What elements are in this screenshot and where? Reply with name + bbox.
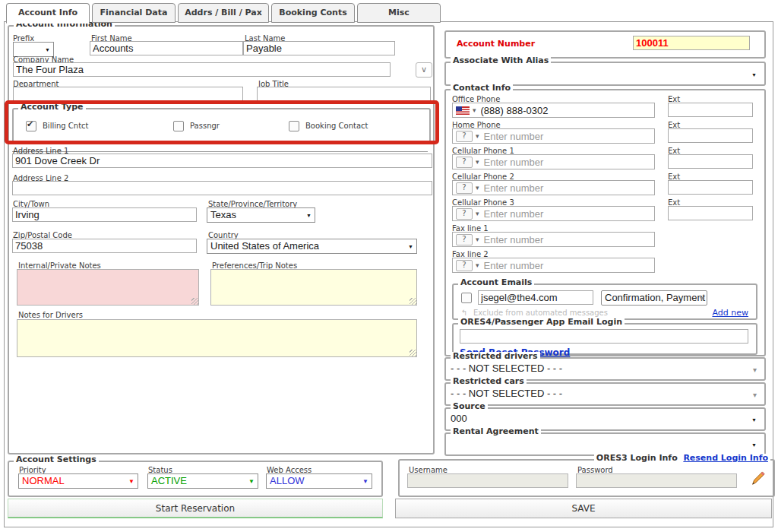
account-type-section: Account Type Billing Cntct Passngr Booki… — [12, 108, 431, 144]
exclude-arrow-icon: ↰ — [461, 309, 467, 317]
unknown-country-icon[interactable]: ? — [456, 260, 473, 271]
username-input[interactable] — [407, 473, 568, 488]
first-name-input[interactable] — [90, 41, 243, 55]
tab-account-info[interactable]: Account Info — [6, 3, 90, 24]
cell2-input[interactable] — [482, 182, 651, 195]
office-phone-field[interactable]: ▾ — [452, 103, 655, 118]
country-select[interactable]: United States of America ▼ — [207, 239, 417, 254]
home-ext-input[interactable] — [668, 128, 753, 143]
tab-bar: Account Info Financial Data Addrs / Bill… — [6, 3, 441, 24]
dropdown-arrow-icon: ▼ — [128, 479, 134, 484]
last-name-input[interactable] — [243, 41, 395, 55]
account-number-input[interactable] — [633, 36, 750, 50]
cell1-field[interactable]: ? ▾ — [452, 154, 655, 169]
unknown-country-icon[interactable]: ? — [456, 208, 473, 220]
dropdown-arrow-icon: ▼ — [751, 417, 757, 423]
cell1-ext-input[interactable] — [668, 154, 753, 169]
source-select[interactable]: 000 ▼ — [448, 412, 760, 427]
start-reservation-button[interactable]: Start Reservation — [8, 499, 383, 518]
resend-login-info-link[interactable]: Resend Login Info — [683, 453, 768, 463]
zip-input[interactable] — [12, 239, 197, 253]
billing-contact-checkbox[interactable] — [26, 121, 36, 131]
ores4-email-input[interactable] — [460, 329, 748, 344]
chevron-down-icon: ∨ — [421, 65, 427, 74]
home-phone-input[interactable] — [482, 130, 651, 143]
dropdown-arrow-icon: ▼ — [751, 72, 757, 78]
us-flag-icon — [456, 106, 470, 115]
email-input[interactable] — [478, 290, 593, 305]
passenger-label: Passngr — [190, 122, 220, 130]
address-line-2-input[interactable] — [12, 181, 432, 195]
driver-notes-label: Notes for Drivers — [18, 311, 83, 319]
booking-contact-label: Booking Contact — [305, 122, 368, 130]
ores3-login-legend: ORES3 Login Info — [596, 453, 678, 463]
fax1-field[interactable]: ? ▾ — [452, 232, 655, 247]
trip-notes-textarea[interactable] — [210, 269, 417, 306]
cell3-field[interactable]: ? ▾ — [452, 206, 655, 221]
associate-alias-select[interactable]: ▼ — [448, 67, 760, 82]
dropdown-arrow-icon: ▾ — [476, 262, 479, 269]
billing-contact-label: Billing Cntct — [43, 122, 89, 130]
office-phone-input[interactable] — [479, 104, 651, 117]
office-ext-input[interactable] — [668, 103, 753, 117]
department-input[interactable] — [13, 87, 243, 101]
job-title-input[interactable] — [257, 87, 431, 101]
email-checkbox[interactable] — [461, 293, 472, 303]
account-emails-legend: Account Emails — [458, 278, 534, 287]
restricted-cars-section: Restricted cars - - - NOT SELECTED - - -… — [444, 382, 766, 406]
passenger-checkbox[interactable] — [173, 121, 184, 131]
cell2-ext-input[interactable] — [668, 180, 753, 195]
right-column: Account Number Associate With Alias ▼ Co… — [444, 30, 767, 450]
booking-contact-checkbox[interactable] — [289, 121, 299, 131]
account-number-box: Account Number — [444, 30, 766, 59]
restricted-drivers-select[interactable]: - - - NOT SELECTED - - - ▾ — [448, 362, 760, 377]
dropdown-arrow-icon: ▾ — [476, 236, 479, 243]
restricted-cars-legend: Restricted cars — [451, 377, 527, 386]
dropdown-arrow-icon: ▼ — [45, 47, 50, 52]
pencil-edit-icon[interactable] — [749, 470, 766, 486]
restricted-drivers-legend: Restricted drivers — [451, 352, 540, 361]
company-expand-button[interactable]: ∨ — [416, 62, 432, 78]
password-input[interactable] — [576, 473, 737, 488]
contact-info-section: Contact Info Office Phone ▾ Ext Home Pho… — [444, 89, 766, 356]
cell3-ext-input[interactable] — [668, 206, 753, 220]
address-line-1-input[interactable] — [12, 154, 432, 168]
state-select[interactable]: Texas ▼ — [207, 207, 315, 223]
save-button[interactable]: SAVE — [395, 499, 772, 518]
restricted-cars-select[interactable]: - - - NOT SELECTED - - - ▾ — [448, 387, 760, 402]
internal-notes-textarea[interactable] — [17, 269, 199, 306]
city-input[interactable] — [12, 207, 197, 222]
account-number-label: Account Number — [457, 39, 535, 49]
company-name-input[interactable] — [13, 62, 391, 77]
account-information-section: Account Information Prefix ▼ First Name … — [8, 25, 435, 454]
tab-addrs-bill-pax[interactable]: Addrs / Bill / Pax — [178, 3, 269, 23]
fax1-input[interactable] — [482, 233, 651, 246]
unknown-country-icon[interactable]: ? — [456, 131, 473, 142]
rental-agreement-select[interactable]: ▼ — [448, 437, 760, 452]
dropdown-arrow-icon: ▼ — [248, 479, 255, 484]
tab-financial-data[interactable]: Financial Data — [92, 3, 176, 23]
driver-notes-textarea[interactable] — [17, 319, 417, 357]
cell1-input[interactable] — [482, 156, 651, 169]
unknown-country-icon[interactable]: ? — [456, 157, 473, 168]
tab-booking-conts[interactable]: Booking Conts — [271, 3, 355, 23]
unknown-country-icon[interactable]: ? — [456, 234, 473, 245]
account-type-legend: Account Type — [18, 103, 86, 112]
fax2-input[interactable] — [482, 259, 651, 272]
priority-select[interactable]: NORMAL ▼ — [18, 473, 138, 489]
web-access-select[interactable]: ALLOW ▼ — [266, 473, 372, 489]
status-select[interactable]: ACTIVE ▼ — [147, 473, 258, 489]
cell3-input[interactable] — [482, 207, 651, 220]
dropdown-arrow-icon: ▾ — [753, 392, 757, 397]
email-recipients-select[interactable]: Confirmation, Payment ▾ — [601, 290, 707, 306]
account-emails-section: Account Emails Confirmation, Payment ▾ ↰… — [452, 283, 757, 320]
fax2-field[interactable]: ? ▾ — [452, 258, 655, 273]
cell2-field[interactable]: ? ▾ — [452, 180, 655, 195]
home-phone-field[interactable]: ? ▾ — [452, 128, 655, 144]
divider-line — [12, 151, 428, 152]
tab-misc[interactable]: Misc — [357, 3, 441, 23]
associate-alias-legend: Associate With Alias — [451, 56, 551, 65]
prefix-select[interactable]: ▼ — [13, 42, 54, 57]
unknown-country-icon[interactable]: ? — [456, 182, 473, 194]
add-new-email-link[interactable]: Add new — [712, 308, 748, 318]
